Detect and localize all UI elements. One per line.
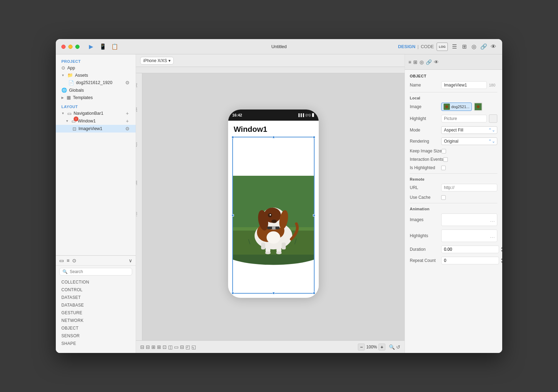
svg-rect-18 xyxy=(261,243,265,250)
minimize-button[interactable] xyxy=(68,45,73,49)
sidebar-item-app[interactable]: ⊙ App xyxy=(56,64,136,71)
sidebar-item-window1[interactable]: ▼ ▭ ! Window1 + xyxy=(56,117,136,125)
bp-badge-icon[interactable]: ⊙ xyxy=(72,258,76,263)
bp-item-gesture[interactable]: GESTURE xyxy=(56,309,136,317)
list-icon[interactable]: ☰ xyxy=(451,44,458,50)
assets-icon: 📁 xyxy=(67,73,73,78)
search-icon: 🔍 xyxy=(62,269,68,274)
rp-images-dots[interactable]: ⋯ xyxy=(490,219,495,224)
rp-highlight-input[interactable] xyxy=(441,115,487,122)
imageview-label: ImageView1 xyxy=(78,126,103,131)
titlebar-left-icons: ▶ 📱 📋 xyxy=(88,44,118,50)
design-code-toggle: DESIGN | CODE xyxy=(398,44,434,49)
bp-item-object[interactable]: OBJECT xyxy=(56,324,136,332)
eye-icon[interactable]: 👁 xyxy=(490,44,497,50)
rp-duration-value: ▲ ▼ xyxy=(441,246,502,253)
rp-mode-select[interactable]: Aspect Fill Aspect Fit Scale to Fill xyxy=(441,126,497,134)
main-layout: PROJECT ⊙ App ▼ 📁 Assets 📄 dog2521612_19… xyxy=(56,54,502,353)
rp-tool5[interactable]: 👁 xyxy=(434,59,439,65)
sidebar-item-templates[interactable]: ▶ ▦ Templates xyxy=(56,94,136,101)
window1-icon: ▭ ! xyxy=(71,119,76,124)
play-icon[interactable]: ▶ xyxy=(88,44,94,50)
rp-duration-input[interactable] xyxy=(441,246,499,253)
rp-keep-image-checkbox[interactable] xyxy=(442,149,446,153)
file-icon: 📄 xyxy=(68,80,74,85)
rp-repeat-down[interactable]: ▼ xyxy=(500,261,502,264)
sidebar-item-dog-file[interactable]: 📄 dog2521612_1920 ⚙ xyxy=(56,79,136,86)
phone-image-container[interactable] xyxy=(232,137,315,294)
rp-images-row: Images ⋯ xyxy=(405,212,502,228)
rp-rendering-row: Rendering Original Template ⌃⌄ xyxy=(405,136,502,147)
rp-highlight-thumb[interactable] xyxy=(489,114,497,123)
rp-tool2[interactable]: ⊞ xyxy=(413,59,417,65)
image-chip-thumb xyxy=(444,104,450,110)
bp-chevron-icon[interactable]: ∨ xyxy=(129,258,132,263)
rp-duration-down[interactable]: ▼ xyxy=(500,250,502,252)
device-icon[interactable]: 📱 xyxy=(100,44,106,50)
bp-item-dataset[interactable]: DATASET xyxy=(56,294,136,301)
file-settings-icon[interactable]: ⚙ xyxy=(125,80,130,85)
sidebar-item-globals[interactable]: 🌐 Globals xyxy=(56,86,136,94)
sidebar-item-imageview[interactable]: ⊡ ImageView1 ⚙ xyxy=(56,125,136,133)
templates-icon: ▦ xyxy=(67,95,71,100)
window1-label: Window1 xyxy=(78,119,96,123)
sidebar-item-assets[interactable]: ▼ 📁 Assets xyxy=(56,71,136,79)
rp-is-highlighted-checkbox-wrapper xyxy=(441,166,497,170)
bp-item-database[interactable]: DATABASE xyxy=(56,301,136,309)
calendar-icon[interactable]: 📋 xyxy=(112,44,118,50)
bp-list-icon[interactable]: ≡ xyxy=(67,258,69,263)
rp-use-cache-checkbox[interactable] xyxy=(441,195,446,200)
rp-tool1[interactable]: ≡ xyxy=(408,59,411,65)
rp-image-preview[interactable] xyxy=(474,103,482,111)
window1-badge: ! xyxy=(74,116,78,121)
globals-icon: 🌐 xyxy=(61,88,67,93)
rp-name-input[interactable] xyxy=(441,81,487,89)
rp-animation-section: Animation xyxy=(405,205,502,212)
rp-is-highlighted-checkbox[interactable] xyxy=(441,166,446,170)
window1-add-icon[interactable]: + xyxy=(125,118,130,124)
bp-item-collection[interactable]: COLLECTION xyxy=(56,278,136,286)
rp-tool4[interactable]: 🔗 xyxy=(426,59,432,65)
templates-arrow: ▶ xyxy=(61,96,64,99)
bp-item-control[interactable]: CONTROL xyxy=(56,286,136,294)
rp-tool3[interactable]: ◎ xyxy=(420,59,424,65)
signal-icon: ▐▐▐ xyxy=(297,113,304,117)
close-button[interactable] xyxy=(61,45,66,49)
wifi-icon: ((•)) xyxy=(306,113,311,117)
rp-repeat-input[interactable] xyxy=(441,257,499,264)
bp-item-network[interactable]: NETWORK xyxy=(56,317,136,324)
rp-images-field[interactable]: ⋯ xyxy=(441,213,497,226)
rp-duration-up[interactable]: ▲ xyxy=(500,247,502,249)
sidebar-item-navbar[interactable]: ▼ ▭ NavigationBar1 + xyxy=(56,110,136,117)
grid-icon[interactable]: ⊞ xyxy=(461,44,467,50)
traffic-lights xyxy=(61,45,80,49)
target-icon[interactable]: ◎ xyxy=(471,44,477,50)
rp-is-highlighted-row: Is Highlighted xyxy=(405,164,502,172)
rp-url-input[interactable] xyxy=(441,184,497,191)
log-icon[interactable]: LOG xyxy=(437,43,448,51)
ruler-vertical: 142 284 426 588 710 xyxy=(136,73,142,340)
rp-name-label: Name xyxy=(410,83,441,88)
rp-interaction-checkbox[interactable] xyxy=(443,157,448,162)
fullscreen-button[interactable] xyxy=(75,45,80,49)
canvas-content: 16:42 ▐▐▐ ((•)) ▊ Window1 xyxy=(142,73,405,340)
rp-highlights-dots[interactable]: ⋯ xyxy=(490,235,495,240)
code-label[interactable]: CODE xyxy=(421,44,434,49)
rp-rendering-select[interactable]: Original Template xyxy=(441,137,497,145)
rp-image-chip[interactable]: dog2521... xyxy=(441,103,472,111)
navbar-add-icon[interactable]: + xyxy=(125,111,130,116)
rp-repeat-up[interactable]: ▲ xyxy=(500,258,502,261)
title-bar: ▶ 📱 📋 Untitled DESIGN | CODE LOG ☰ ⊞ ◎ 🔗… xyxy=(56,39,502,54)
link-icon[interactable]: 🔗 xyxy=(481,44,487,50)
search-input[interactable] xyxy=(70,269,129,274)
bp-item-sensor[interactable]: SENSOR xyxy=(56,332,136,340)
design-label[interactable]: DESIGN xyxy=(398,44,415,49)
imageview-settings-icon[interactable]: ⚙ xyxy=(125,126,130,131)
chip-thumb-svg xyxy=(444,104,450,110)
rp-url-row: URL xyxy=(405,182,502,193)
bp-window-icon[interactable]: ▭ xyxy=(59,258,64,263)
canvas-main-area: 142 284 426 588 710 16:42 ▐▐▐ xyxy=(136,73,405,340)
project-section-header: PROJECT xyxy=(56,57,136,64)
bp-item-shape[interactable]: SHAPE xyxy=(56,340,136,347)
rp-highlights-field[interactable]: ⋯ xyxy=(441,229,497,242)
